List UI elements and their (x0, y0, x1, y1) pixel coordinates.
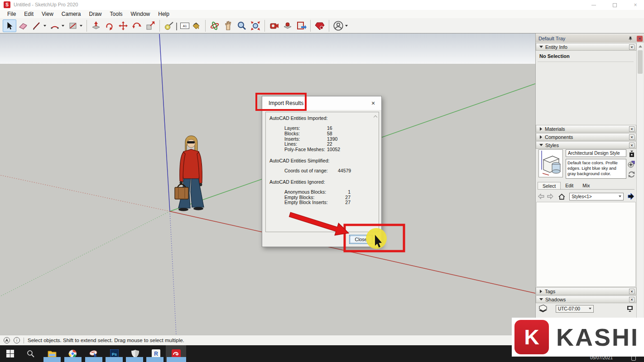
update-style-icon[interactable] (628, 171, 635, 178)
shadow-toggle-icon[interactable] (538, 304, 548, 313)
arc-tool-button[interactable] (48, 19, 62, 32)
tab-select[interactable]: Select (538, 182, 561, 189)
menu-edit[interactable]: Edit (20, 11, 38, 17)
panel-components[interactable]: Components × (536, 133, 636, 141)
scroll-thumb[interactable] (638, 50, 643, 74)
pan-tool-button[interactable] (221, 19, 235, 32)
details-arrow-icon[interactable] (627, 193, 634, 200)
person-figure[interactable] (175, 136, 204, 211)
panel-close-icon[interactable]: × (629, 44, 634, 50)
import-results-list[interactable]: AutoCAD Entities Imported: Layers:16 Blo… (265, 112, 379, 232)
panel-materials[interactable]: Materials × (536, 125, 636, 133)
result-row: Anonymous Blocks:1 (269, 190, 377, 195)
shadow-display-icon[interactable] (626, 305, 634, 312)
display-pane-icon[interactable] (628, 150, 635, 157)
geolocation-icon[interactable] (4, 337, 10, 343)
close-window-button[interactable]: × (628, 0, 643, 10)
tray-scrollbar[interactable] (636, 43, 643, 335)
forward-icon[interactable] (547, 193, 554, 200)
menu-file[interactable]: File (3, 11, 20, 17)
pin-icon[interactable] (628, 36, 633, 41)
text-tool-button[interactable]: A1 (176, 19, 189, 32)
collapse-icon[interactable] (539, 46, 543, 48)
start-button[interactable] (0, 345, 20, 362)
panel-close-icon[interactable]: × (629, 143, 634, 148)
tray-close-icon[interactable]: × (637, 36, 643, 42)
styles-collection-dropdown[interactable]: Styles<1> (569, 193, 624, 200)
menu-camera[interactable]: Camera (58, 11, 85, 17)
3d-warehouse-button[interactable] (313, 19, 327, 32)
select-tool-button[interactable] (3, 19, 16, 32)
line-tool-dropdown[interactable] (43, 25, 46, 27)
panel-entity-info[interactable]: Entity Info × (536, 43, 636, 51)
back-icon[interactable] (538, 193, 545, 200)
panel-close-icon[interactable]: × (629, 134, 634, 140)
close-button[interactable]: Close (349, 235, 373, 244)
rectangle-icon (67, 20, 78, 31)
menu-draw[interactable]: Draw (85, 11, 106, 17)
rectangle-tool-dropdown[interactable] (80, 25, 82, 27)
walk-tool-button[interactable] (281, 19, 294, 32)
collapse-icon[interactable] (539, 144, 543, 146)
orbit-tool-button[interactable] (208, 19, 221, 32)
search-icon (27, 350, 34, 357)
panel-tags[interactable]: Tags × (536, 287, 636, 295)
tab-mix[interactable]: Mix (578, 182, 594, 189)
scroll-up-icon[interactable] (374, 115, 377, 119)
style-name-field[interactable]: Architectural Design Style (566, 149, 626, 157)
expand-icon[interactable] (540, 127, 542, 131)
create-style-icon[interactable] (627, 160, 635, 168)
eraser-tool-button[interactable] (16, 19, 30, 32)
account-button[interactable] (332, 19, 345, 32)
zoom-extents-tool-button[interactable] (249, 19, 262, 32)
maximize-button[interactable] (607, 0, 622, 10)
position-camera-button[interactable] (267, 19, 281, 32)
style-thumbnail[interactable] (538, 149, 563, 177)
menu-tools[interactable]: Tools (106, 11, 127, 17)
notification-icon[interactable] (631, 356, 636, 361)
zoom-icon (236, 20, 247, 31)
camera-model-icon (269, 20, 279, 31)
tray-title-bar[interactable]: Default Tray × (536, 34, 644, 43)
paint-bucket-tool-button[interactable] (189, 19, 203, 32)
home-icon[interactable] (558, 193, 566, 200)
scale-tool-button[interactable] (144, 19, 157, 32)
scroll-up-icon[interactable] (639, 45, 642, 48)
menu-view[interactable]: View (38, 11, 58, 17)
collapse-icon[interactable] (539, 298, 543, 300)
line-tool-button[interactable] (30, 19, 43, 32)
tab-edit[interactable]: Edit (561, 182, 578, 189)
panel-close-icon[interactable]: × (629, 297, 634, 302)
styles-list-area[interactable] (536, 202, 636, 287)
zoom-tool-button[interactable] (235, 19, 249, 32)
follow-me-tool-button[interactable] (103, 19, 116, 32)
taskbar-search-button[interactable] (20, 345, 41, 362)
account-dropdown[interactable] (345, 25, 348, 27)
shadows-controls: UTC-07:00 (538, 304, 635, 314)
rectangle-tool-button[interactable] (66, 19, 80, 32)
text-leader-icon (176, 21, 180, 31)
push-pull-tool-button[interactable] (89, 19, 103, 32)
dialog-title-bar[interactable]: Import Results × (262, 96, 381, 110)
entity-info-status: No Selection (539, 53, 570, 59)
menu-help[interactable]: Help (154, 11, 173, 17)
arc-tool-dropdown[interactable] (62, 25, 64, 27)
panel-styles[interactable]: Styles × (536, 141, 636, 149)
expand-icon[interactable] (540, 290, 542, 293)
minimize-button[interactable] (586, 0, 601, 10)
menu-window[interactable]: Window (127, 11, 154, 17)
tape-measure-tool-button[interactable] (162, 19, 176, 32)
panel-close-icon[interactable]: × (629, 289, 634, 294)
rotate-tool-button[interactable] (130, 19, 144, 32)
timezone-dropdown[interactable]: UTC-07:00 (556, 305, 594, 313)
expand-icon[interactable] (540, 135, 542, 139)
move-tool-button[interactable] (116, 19, 130, 32)
panel-shadows[interactable]: Shadows × (536, 295, 636, 303)
drawing-viewport[interactable]: Import Results × AutoCAD Entities Import… (0, 33, 535, 335)
move-icon (118, 20, 129, 31)
panel-close-icon[interactable]: × (629, 126, 634, 132)
info-icon[interactable]: i (14, 337, 20, 343)
send-to-layout-button[interactable] (294, 19, 308, 32)
toolbar-separator (205, 20, 206, 32)
dialog-close-icon[interactable]: × (369, 99, 378, 108)
